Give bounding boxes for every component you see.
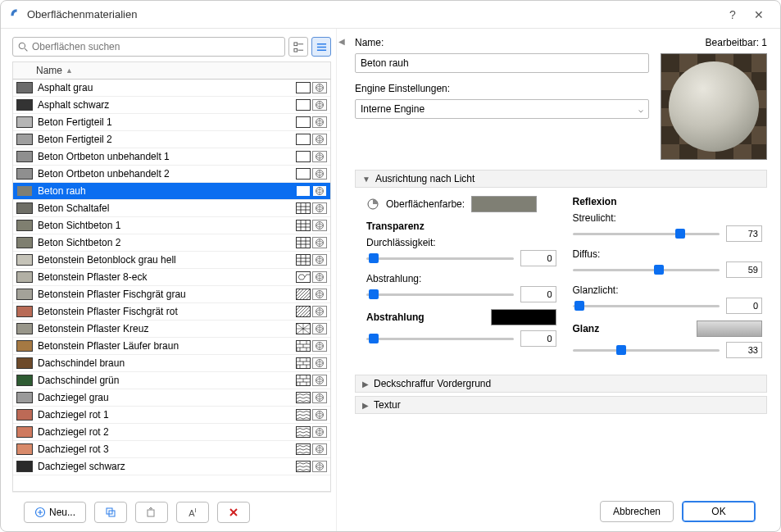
diffus-value[interactable]: [726, 261, 762, 278]
hatch-icon[interactable]: [296, 99, 311, 111]
hatch-icon[interactable]: [296, 323, 311, 334]
splitter[interactable]: ◀: [337, 29, 347, 531]
texture-icon[interactable]: [312, 392, 327, 403]
abstr-value[interactable]: [520, 286, 556, 302]
material-row[interactable]: Betonstein Pflaster Läufer braun: [13, 338, 330, 355]
texture-icon[interactable]: [312, 237, 327, 248]
glanz-value[interactable]: [726, 342, 762, 358]
section-hatch-fg[interactable]: ▶ Deckschraffur Vordergrund: [355, 375, 767, 393]
durch-value[interactable]: [520, 250, 556, 266]
emission-color-swatch[interactable]: [491, 309, 556, 325]
hatch-icon[interactable]: [296, 289, 311, 300]
material-row[interactable]: Betonstein Pflaster Fischgrät rot: [13, 303, 330, 321]
texture-icon[interactable]: [312, 220, 327, 231]
hatch-icon[interactable]: [296, 392, 311, 403]
texture-icon[interactable]: [312, 289, 327, 300]
hatch-icon[interactable]: [296, 426, 311, 438]
hatch-icon[interactable]: [296, 409, 311, 421]
cancel-button[interactable]: Abbrechen: [600, 501, 674, 522]
section-light[interactable]: ▼ Ausrichtung nach Licht: [355, 170, 767, 188]
help-button[interactable]: ?: [720, 8, 746, 21]
material-row[interactable]: Betonstein Pflaster Fischgrät grau: [13, 286, 330, 303]
engine-select[interactable]: Interne Engine ⌵: [355, 99, 649, 119]
material-row[interactable]: Dachziegel schwarz: [13, 458, 330, 475]
hatch-icon[interactable]: [296, 357, 311, 369]
material-row[interactable]: Betonstein Pflaster Kreuz: [13, 321, 330, 338]
texture-icon[interactable]: [312, 461, 327, 472]
search-input[interactable]: Oberflächen suchen: [12, 37, 285, 57]
hatch-icon[interactable]: [296, 202, 311, 214]
texture-icon[interactable]: [312, 443, 327, 455]
texture-icon[interactable]: [312, 116, 327, 128]
hatch-icon[interactable]: [296, 134, 311, 145]
hatch-icon[interactable]: [296, 443, 311, 455]
abstr2-value[interactable]: [520, 330, 556, 347]
material-row[interactable]: Dachziegel rot 3: [13, 441, 330, 458]
material-row[interactable]: Dachschindel grün: [13, 372, 330, 389]
share-button[interactable]: [135, 502, 168, 523]
material-row[interactable]: Beton Ortbeton unbehandelt 2: [13, 166, 330, 183]
glanz-slider[interactable]: [573, 342, 720, 358]
texture-icon[interactable]: [312, 426, 327, 438]
name-input[interactable]: [355, 53, 649, 73]
material-row[interactable]: Dachziegel rot 1: [13, 407, 330, 424]
texture-icon[interactable]: [312, 168, 327, 180]
material-row[interactable]: Betonstein Pflaster 8-eck: [13, 269, 330, 286]
hatch-icon[interactable]: [296, 185, 311, 197]
hatch-icon[interactable]: [296, 116, 311, 128]
texture-icon[interactable]: [312, 185, 327, 197]
material-row[interactable]: Beton Fertigteil 1: [13, 114, 330, 131]
glanzlicht-slider[interactable]: [573, 298, 720, 314]
hatch-icon[interactable]: [296, 220, 311, 231]
material-row[interactable]: Asphalt grau: [13, 80, 330, 97]
texture-icon[interactable]: [312, 254, 327, 266]
hatch-icon[interactable]: [296, 340, 311, 352]
column-name[interactable]: Name ▲: [36, 65, 297, 76]
texture-icon[interactable]: [312, 99, 327, 111]
hatch-icon[interactable]: [296, 461, 311, 472]
texture-icon[interactable]: [312, 306, 327, 317]
ok-button[interactable]: OK: [682, 501, 756, 522]
material-row[interactable]: Beton Sichtbeton 2: [13, 234, 330, 252]
duplicate-button[interactable]: [94, 502, 127, 523]
material-row[interactable]: Dachziegel rot 2: [13, 424, 330, 441]
texture-icon[interactable]: [312, 82, 327, 93]
hatch-icon[interactable]: [296, 254, 311, 266]
streu-value[interactable]: [726, 225, 762, 242]
texture-icon[interactable]: [312, 202, 327, 214]
glanz-swatch[interactable]: [697, 321, 762, 337]
material-row[interactable]: Dachziegel grau: [13, 389, 330, 407]
material-row[interactable]: Dachschindel braun: [13, 355, 330, 372]
texture-icon[interactable]: [312, 340, 327, 352]
abstr-slider[interactable]: [366, 286, 514, 302]
diffus-slider[interactable]: [573, 261, 720, 278]
material-row[interactable]: Asphalt schwarz: [13, 97, 330, 114]
material-list[interactable]: Asphalt grauAsphalt schwarzBeton Fertigt…: [12, 80, 331, 492]
hatch-icon[interactable]: [296, 271, 311, 283]
texture-icon[interactable]: [312, 323, 327, 334]
material-row[interactable]: Beton Ortbeton unbehandelt 1: [13, 148, 330, 166]
hatch-icon[interactable]: [296, 375, 311, 386]
streu-slider[interactable]: [573, 225, 720, 242]
texture-icon[interactable]: [312, 357, 327, 369]
durch-slider[interactable]: [366, 250, 514, 266]
new-button[interactable]: Neu...: [24, 502, 86, 523]
glanzlicht-value[interactable]: [726, 298, 762, 314]
hatch-icon[interactable]: [296, 168, 311, 180]
close-button[interactable]: ✕: [746, 8, 772, 21]
section-texture[interactable]: ▶ Textur: [355, 396, 767, 414]
abstr2-slider[interactable]: [366, 330, 514, 347]
delete-button[interactable]: [217, 502, 250, 523]
hatch-icon[interactable]: [296, 237, 311, 248]
texture-icon[interactable]: [312, 151, 327, 162]
hatch-icon[interactable]: [296, 82, 311, 93]
material-row[interactable]: Beton Fertigteil 2: [13, 131, 330, 148]
texture-icon[interactable]: [312, 375, 327, 386]
hatch-icon[interactable]: [296, 151, 311, 162]
list-header[interactable]: Name ▲: [12, 61, 331, 80]
material-row[interactable]: Beton rauh: [13, 183, 330, 200]
texture-icon[interactable]: [312, 409, 327, 421]
material-row[interactable]: Beton Sichtbeton 1: [13, 217, 330, 234]
texture-icon[interactable]: [312, 134, 327, 145]
rename-button[interactable]: AI: [176, 502, 209, 523]
